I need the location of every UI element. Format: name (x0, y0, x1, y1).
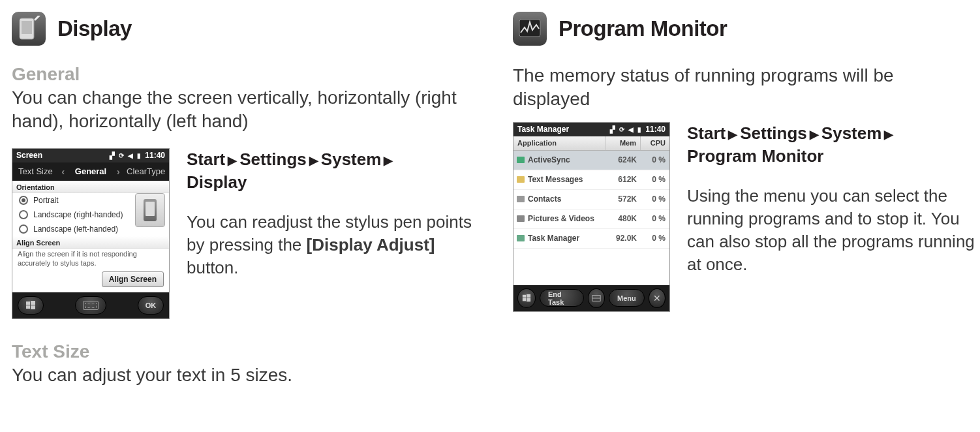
col-cpu[interactable]: CPU (641, 136, 669, 150)
app-mem: 624K (605, 155, 641, 164)
app-name: Task Manager (528, 234, 605, 243)
battery-icon: ▮ (137, 152, 141, 159)
bc2-settings: Settings (740, 123, 807, 143)
app-mem: 480K (605, 214, 641, 223)
radio-landscape-right[interactable]: Landscape (right-handed) (12, 208, 135, 222)
radio-portrait[interactable]: Portrait (12, 193, 135, 208)
app-icon (513, 234, 528, 243)
svg-rect-9 (517, 176, 525, 183)
bc-display: Display (187, 172, 247, 192)
app-icon (513, 175, 528, 184)
end-task-button[interactable]: End Task (540, 289, 584, 307)
display-app-icon (12, 12, 46, 46)
menu-button[interactable]: Menu (609, 289, 645, 307)
app-mem: 612K (605, 175, 641, 184)
bc-settings: Settings (239, 149, 307, 169)
tab-cleartype[interactable]: ClearType (123, 166, 169, 176)
app-icon (513, 214, 528, 223)
svg-rect-6 (31, 305, 35, 309)
display-section-header: Display (12, 12, 474, 46)
signal-icon: ▞ (610, 126, 615, 133)
task-row[interactable]: Contacts572K0 % (513, 190, 669, 209)
shot1-title: Screen (16, 151, 42, 160)
bc2-program-monitor: Program Monitor (687, 146, 823, 166)
program-monitor-intro: The memory status of running programs wi… (513, 64, 975, 112)
sync-icon: ⟳ (119, 152, 124, 159)
tab-general[interactable]: General (68, 166, 114, 176)
textsize-body: You can adjust your text in 5 sizes. (12, 363, 474, 387)
start-button[interactable] (18, 296, 44, 315)
program-monitor-app-icon (513, 12, 547, 46)
svg-rect-5 (26, 305, 30, 309)
sync-icon: ⟳ (619, 126, 624, 133)
ok-button[interactable]: OK (138, 296, 164, 315)
orientation-preview-icon (135, 193, 165, 227)
svg-rect-16 (527, 298, 530, 301)
textsize-heading: Text Size (12, 341, 474, 362)
volume-icon: ◀ (128, 152, 133, 159)
svg-rect-3 (26, 301, 30, 305)
svg-rect-10 (517, 196, 525, 202)
shot2-time: 11:40 (645, 125, 666, 134)
app-cpu: 0 % (641, 194, 669, 204)
col-application[interactable]: Application (513, 136, 605, 150)
tab-chevron-left-icon: ‹ (59, 166, 68, 177)
app-name: Text Messages (528, 175, 605, 184)
battery-icon: ▮ (637, 126, 641, 133)
svg-rect-12 (517, 235, 525, 241)
app-cpu: 0 % (641, 175, 669, 184)
program-monitor-breadcrumb: Start▶Settings▶System▶Program Monitor (687, 122, 975, 168)
display-instruction: You can readjust the stylus pen points b… (187, 211, 474, 279)
start-button[interactable] (517, 288, 536, 308)
general-heading: General (12, 64, 474, 85)
task-row[interactable]: Pictures & Videos480K0 % (513, 209, 669, 229)
switch-button[interactable] (588, 288, 605, 308)
display-instruction-post: button. (187, 258, 239, 277)
bc2-start: Start (687, 123, 726, 143)
app-icon (513, 194, 528, 204)
tab-text-size[interactable]: Text Size (12, 166, 59, 176)
col-mem[interactable]: Mem (605, 136, 641, 150)
tab-chevron-right-icon: › (114, 166, 123, 177)
svg-rect-15 (523, 298, 526, 301)
close-button[interactable]: ✕ (649, 288, 666, 308)
radio-landscape-left[interactable]: Landscape (left-handed) (12, 222, 135, 236)
radio-landscape-left-label: Landscape (left-handed) (33, 224, 118, 234)
radio-portrait-label: Portrait (33, 196, 59, 205)
app-cpu: 0 % (641, 234, 669, 243)
keyboard-button[interactable] (75, 296, 106, 315)
program-monitor-instruction: Using the menu you can select the runnin… (687, 185, 975, 276)
program-monitor-section-header: Program Monitor (513, 12, 975, 46)
program-monitor-section-title: Program Monitor (559, 16, 727, 41)
shot1-time: 11:40 (145, 151, 165, 160)
align-screen-text: Align the screen if it is not responding… (12, 249, 169, 272)
display-instruction-bold: [Display Adjust] (307, 235, 435, 255)
align-screen-button[interactable]: Align Screen (102, 271, 164, 287)
app-cpu: 0 % (641, 214, 669, 223)
app-name: ActiveSync (528, 155, 605, 164)
svg-line-2 (35, 16, 39, 20)
app-icon (513, 155, 528, 164)
svg-rect-4 (31, 301, 35, 305)
display-section-title: Display (57, 16, 132, 41)
volume-icon: ◀ (628, 126, 634, 133)
svg-rect-13 (523, 295, 526, 298)
app-mem: 92.0K (605, 234, 641, 243)
bc-system: System (321, 149, 382, 169)
task-row[interactable]: ActiveSync624K0 % (513, 151, 669, 170)
app-mem: 572K (605, 194, 641, 204)
svg-rect-14 (527, 294, 530, 298)
general-body: You can change the screen vertically, ho… (12, 86, 474, 134)
svg-rect-1 (22, 21, 32, 34)
bc2-system: System (821, 123, 882, 143)
svg-rect-11 (517, 215, 525, 222)
shot2-title: Task Manager (517, 125, 569, 134)
task-manager-screenshot: Task Manager ▞ ⟳ ◀ ▮ 11:40 Application M… (513, 122, 670, 312)
display-settings-screenshot: Screen ▞ ⟳ ◀ ▮ 11:40 Text Size ‹ General (12, 148, 170, 320)
signal-icon: ▞ (110, 152, 115, 159)
task-row[interactable]: Text Messages612K0 % (513, 170, 669, 190)
app-name: Pictures & Videos (528, 214, 605, 223)
radio-landscape-right-label: Landscape (right-handed) (33, 210, 123, 219)
task-row[interactable]: Task Manager92.0K0 % (513, 229, 669, 249)
bc-start: Start (187, 149, 225, 169)
